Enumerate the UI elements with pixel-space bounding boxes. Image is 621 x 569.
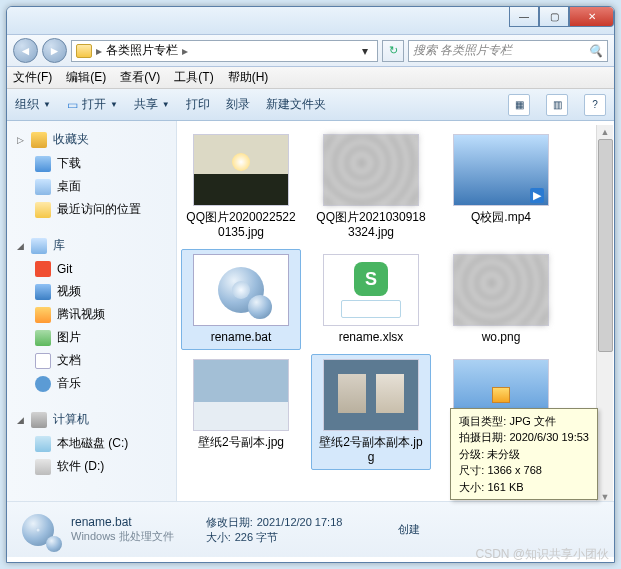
xlsx-icon: S: [354, 262, 388, 296]
navigation-pane[interactable]: ▷收藏夹 下载 桌面 最近访问的位置 ◢库 Git 视频 腾讯视频 图片 文档 …: [7, 121, 177, 501]
back-button[interactable]: ◄: [13, 38, 38, 63]
recent-icon: [35, 202, 51, 218]
file-name: rename.xlsx: [339, 330, 404, 345]
search-placeholder: 搜索 各类照片专栏: [413, 42, 512, 59]
details-props: 修改日期:2021/12/20 17:18 大小:226 字节: [202, 515, 343, 545]
file-item[interactable]: S rename.xlsx: [311, 249, 431, 350]
view-mode-button[interactable]: ▦: [508, 94, 530, 116]
details-meta: rename.bat Windows 批处理文件: [71, 515, 174, 544]
menu-view[interactable]: 查看(V): [120, 69, 160, 86]
share-button[interactable]: 共享▼: [134, 96, 170, 113]
watermark: CSDN @知识共享小团伙: [475, 546, 609, 563]
minimize-button[interactable]: —: [509, 7, 539, 27]
sidebar-tencent[interactable]: 腾讯视频: [7, 303, 176, 326]
file-item[interactable]: Q校园.mp4: [441, 129, 561, 245]
menu-help[interactable]: 帮助(H): [228, 69, 269, 86]
forward-button[interactable]: ►: [42, 38, 67, 63]
file-name: rename.bat: [211, 330, 272, 345]
burn-button[interactable]: 刻录: [226, 96, 250, 113]
newfolder-button[interactable]: 新建文件夹: [266, 96, 326, 113]
file-item[interactable]: QQ图片20210309183324.jpg: [311, 129, 431, 245]
tencent-icon: [35, 307, 51, 323]
star-icon: [31, 132, 47, 148]
file-name: 壁纸2号副本.jpg: [198, 435, 284, 450]
music-icon: [35, 376, 51, 392]
menu-file[interactable]: 文件(F): [13, 69, 52, 86]
scroll-up[interactable]: ▲: [601, 127, 610, 137]
picture-icon: [35, 330, 51, 346]
file-name: wo.png: [482, 330, 521, 345]
sidebar-downloads[interactable]: 下载: [7, 152, 176, 175]
help-button[interactable]: ?: [584, 94, 606, 116]
file-thumbnail: [193, 359, 289, 431]
sidebar-drive-c[interactable]: 本地磁盘 (C:): [7, 432, 176, 455]
refresh-button[interactable]: ↻: [382, 40, 404, 62]
details-props2: 创建: [394, 522, 420, 537]
toolbar: 组织▼ ▭打开▼ 共享▼ 打印 刻录 新建文件夹 ▦ ▥ ?: [7, 89, 614, 121]
file-name: QQ图片20210309183324.jpg: [316, 210, 426, 240]
file-thumbnail: [453, 134, 549, 206]
explorer-window: — ▢ ✕ ◄ ► ▸ 各类照片专栏 ▸ ▾ ↻ 搜索 各类照片专栏 🔍 文件(…: [6, 6, 615, 563]
search-input[interactable]: 搜索 各类照片专栏 🔍: [408, 40, 608, 62]
file-item[interactable]: wo.png: [441, 249, 561, 350]
organize-button[interactable]: 组织▼: [15, 96, 51, 113]
address-bar: ◄ ► ▸ 各类照片专栏 ▸ ▾ ↻ 搜索 各类照片专栏 🔍: [7, 35, 614, 67]
drive-icon: [35, 436, 51, 452]
file-thumbnail: [323, 359, 419, 431]
folder-icon: [76, 44, 92, 58]
titlebar[interactable]: — ▢ ✕: [7, 7, 614, 35]
sidebar-drive-d[interactable]: 软件 (D:): [7, 455, 176, 478]
document-icon: [35, 353, 51, 369]
file-thumbnail: [193, 254, 289, 326]
close-button[interactable]: ✕: [569, 7, 614, 27]
file-name: QQ图片20200225220135.jpg: [186, 210, 296, 240]
path-segment[interactable]: 各类照片专栏: [106, 42, 178, 59]
chevron-down-icon: ▼: [110, 100, 118, 109]
path-sep: ▸: [96, 44, 102, 58]
sidebar-git[interactable]: Git: [7, 258, 176, 280]
desktop-icon: [35, 179, 51, 195]
details-filetype: Windows 批处理文件: [71, 529, 174, 544]
file-thumbnail: S: [323, 254, 419, 326]
sidebar-computer[interactable]: ◢计算机: [7, 407, 176, 432]
menu-edit[interactable]: 编辑(E): [66, 69, 106, 86]
print-button[interactable]: 打印: [186, 96, 210, 113]
file-thumbnail: [453, 254, 549, 326]
file-thumbnail: [323, 134, 419, 206]
drive-icon: [35, 459, 51, 475]
address-box[interactable]: ▸ 各类照片专栏 ▸ ▾: [71, 40, 378, 62]
sidebar-documents[interactable]: 文档: [7, 349, 176, 372]
scroll-thumb[interactable]: [598, 139, 613, 352]
library-icon: [31, 238, 47, 254]
sidebar-desktop[interactable]: 桌面: [7, 175, 176, 198]
open-button[interactable]: ▭打开▼: [67, 96, 118, 113]
gear-icon: [218, 267, 264, 313]
menu-tools[interactable]: 工具(T): [174, 69, 213, 86]
sidebar-libraries[interactable]: ◢库: [7, 233, 176, 258]
file-item-selected[interactable]: rename.bat: [181, 249, 301, 350]
file-item[interactable]: 壁纸2号副本.jpg: [181, 354, 301, 470]
video-icon: [35, 284, 51, 300]
details-icon: [17, 509, 59, 551]
sidebar-favorites[interactable]: ▷收藏夹: [7, 127, 176, 152]
sidebar-music[interactable]: 音乐: [7, 372, 176, 395]
file-item-hover[interactable]: 壁纸2号副本副本.jpg: [311, 354, 431, 470]
file-thumbnail: [193, 134, 289, 206]
file-item[interactable]: QQ图片20200225220135.jpg: [181, 129, 301, 245]
file-name: 壁纸2号副本副本.jpg: [316, 435, 426, 465]
path-sep: ▸: [182, 44, 188, 58]
tooltip: 项目类型: JPG 文件 拍摄日期: 2020/6/30 19:53 分级: 未…: [450, 408, 598, 501]
scrollbar[interactable]: ▲ ▼: [596, 125, 613, 504]
search-icon[interactable]: 🔍: [588, 44, 603, 58]
chevron-down-icon: ▼: [43, 100, 51, 109]
computer-icon: [31, 412, 47, 428]
download-icon: [35, 156, 51, 172]
sidebar-videos[interactable]: 视频: [7, 280, 176, 303]
file-name: Q校园.mp4: [471, 210, 531, 225]
sidebar-recent[interactable]: 最近访问的位置: [7, 198, 176, 221]
preview-pane-button[interactable]: ▥: [546, 94, 568, 116]
maximize-button[interactable]: ▢: [539, 7, 569, 27]
git-icon: [35, 261, 51, 277]
address-dropdown[interactable]: ▾: [357, 44, 373, 58]
sidebar-pictures[interactable]: 图片: [7, 326, 176, 349]
